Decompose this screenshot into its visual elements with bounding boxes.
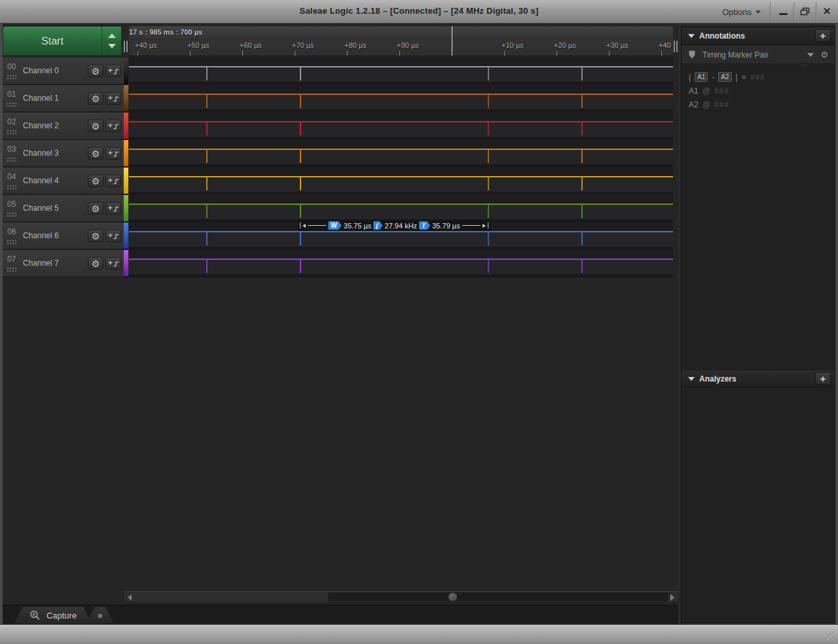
gear-icon: ⚙ bbox=[92, 67, 100, 76]
close-button[interactable]: × bbox=[818, 4, 835, 18]
arrow-left-icon bbox=[302, 224, 306, 228]
start-group: Start bbox=[3, 26, 122, 56]
chevron-down-icon[interactable] bbox=[807, 53, 814, 57]
add-trigger-button[interactable] bbox=[105, 147, 121, 160]
channel-lane-0 bbox=[129, 58, 673, 85]
signal-pulse bbox=[581, 205, 583, 218]
gear-icon[interactable]: ⚙ bbox=[820, 50, 828, 60]
gear-icon: ⚙ bbox=[92, 259, 100, 268]
channel-number: 07 bbox=[7, 255, 16, 264]
scroll-right-button[interactable] bbox=[668, 594, 676, 601]
channel-label: Channel 0 bbox=[23, 66, 59, 75]
channel-number: 04 bbox=[7, 172, 16, 181]
lane-lower bbox=[129, 150, 673, 164]
tab-overflow[interactable]: » bbox=[86, 607, 114, 624]
add-trigger-button[interactable] bbox=[105, 120, 121, 132]
drag-handle-icon[interactable] bbox=[7, 157, 17, 162]
analyzers-header[interactable]: Analyzers bbox=[682, 370, 835, 387]
channel-settings-button[interactable]: ⚙ bbox=[88, 147, 103, 160]
add-trigger-button[interactable] bbox=[105, 230, 121, 242]
channel-settings-button[interactable]: ⚙ bbox=[88, 202, 103, 215]
signal-pulse bbox=[206, 232, 208, 245]
gear-icon: ⚙ bbox=[92, 232, 100, 241]
channel-label: Channel 3 bbox=[23, 149, 59, 158]
tab-capture[interactable]: Capture bbox=[14, 607, 92, 624]
minus-sign: - bbox=[712, 73, 714, 82]
arrow-right-icon bbox=[670, 594, 674, 601]
signal-pulse bbox=[300, 260, 301, 273]
scroll-left-button[interactable] bbox=[126, 594, 133, 601]
signal-pulse bbox=[206, 150, 208, 163]
drag-handle-icon[interactable] bbox=[7, 212, 17, 217]
channel-color-strip bbox=[124, 140, 128, 168]
drag-handle-icon[interactable] bbox=[7, 75, 17, 79]
signal-pulse bbox=[488, 205, 489, 218]
ruler-tick-label: +30 µs bbox=[606, 41, 628, 49]
add-edge-trigger-icon bbox=[108, 260, 119, 268]
timeline-ruler[interactable]: 17 s : 985 ms : 700 µs +40 µs+50 µs+60 µ… bbox=[129, 26, 673, 56]
options-menu-button[interactable]: Options bbox=[722, 5, 761, 18]
app-window: Saleae Logic 1.2.18 – [Connected] – [24 … bbox=[0, 0, 838, 644]
collapse-triangle-icon bbox=[688, 377, 695, 381]
left-splitter-grip[interactable] bbox=[124, 41, 129, 52]
drag-handle-icon[interactable] bbox=[7, 267, 17, 272]
add-trigger-button[interactable] bbox=[105, 92, 121, 105]
ruler-tick-mark bbox=[609, 51, 610, 56]
lane-lower bbox=[129, 67, 673, 82]
channel-color-strip bbox=[124, 58, 128, 85]
close-icon: × bbox=[823, 5, 830, 18]
start-button[interactable]: Start bbox=[3, 27, 101, 55]
channel-settings-button[interactable]: ⚙ bbox=[88, 230, 103, 242]
lane-lower bbox=[129, 122, 673, 137]
add-annotation-button[interactable]: + bbox=[815, 29, 831, 42]
timing-marker-pair-row[interactable]: Timing Marker Pair ⚙ bbox=[682, 46, 835, 64]
arrow-right-icon bbox=[483, 224, 486, 228]
drag-handle-icon[interactable] bbox=[7, 130, 17, 134]
add-trigger-button[interactable] bbox=[105, 202, 121, 215]
channel-settings-button[interactable]: ⚙ bbox=[88, 175, 103, 187]
drag-handle-icon[interactable] bbox=[7, 240, 17, 244]
start-options-stepper[interactable] bbox=[101, 27, 121, 55]
waveform-area[interactable]: W 35.75 µs f 27.94 kHz T 35.79 µs bbox=[129, 58, 673, 277]
channel-settings-button[interactable]: ⚙ bbox=[88, 257, 103, 270]
drag-handle-icon[interactable] bbox=[7, 102, 17, 107]
channel-number: 00 bbox=[7, 62, 16, 71]
add-analyzer-button[interactable]: + bbox=[815, 372, 831, 385]
signal-pulse bbox=[206, 122, 208, 135]
collapse-triangle-icon bbox=[688, 34, 695, 38]
channel-label: Channel 4 bbox=[23, 176, 59, 185]
add-trigger-button[interactable] bbox=[105, 65, 121, 77]
a2-label: A2 bbox=[689, 100, 699, 109]
channel-settings-button[interactable]: ⚙ bbox=[88, 120, 103, 132]
channel-row-2: 02Channel 2⚙ bbox=[3, 113, 124, 140]
ruler-tick-mark bbox=[295, 51, 295, 56]
period-value: 35.79 µs bbox=[432, 222, 460, 230]
lane-lower bbox=[129, 205, 673, 219]
channel-number: 01 bbox=[7, 90, 16, 99]
channel-settings-button[interactable]: ⚙ bbox=[88, 92, 103, 105]
restore-icon bbox=[800, 7, 810, 16]
annotations-header[interactable]: Annotations bbox=[682, 27, 835, 45]
right-splitter-grip[interactable] bbox=[674, 41, 679, 52]
signal-pulse bbox=[300, 67, 301, 80]
horizontal-scrollbar[interactable] bbox=[123, 591, 678, 603]
ruler-tick-label: +80 µs bbox=[344, 41, 367, 49]
channel-color-strip bbox=[124, 250, 128, 277]
marker-diff-row: | A1 - A2 | = ### bbox=[689, 72, 765, 82]
channel-row-0: 00Channel 0⚙ bbox=[3, 58, 124, 85]
add-trigger-button[interactable] bbox=[105, 175, 121, 187]
scrollbar-thumb[interactable] bbox=[448, 592, 458, 601]
restore-button[interactable] bbox=[796, 4, 813, 18]
minimize-button[interactable] bbox=[774, 4, 792, 18]
drag-handle-icon[interactable] bbox=[7, 185, 17, 189]
channel-label: Channel 7 bbox=[23, 259, 59, 268]
signal-pulse bbox=[581, 150, 583, 163]
title-bar[interactable]: Saleae Logic 1.2.18 – [Connected] – [24 … bbox=[0, 0, 838, 24]
at-sign: @ bbox=[702, 86, 710, 96]
channel-settings-button[interactable]: ⚙ bbox=[88, 65, 103, 77]
channel-number: 03 bbox=[7, 145, 16, 154]
resize-grip[interactable] bbox=[823, 630, 833, 640]
ruler-tick-label: +20 µs bbox=[554, 41, 576, 49]
add-trigger-button[interactable] bbox=[105, 257, 121, 270]
channel-label: Channel 5 bbox=[23, 204, 59, 213]
